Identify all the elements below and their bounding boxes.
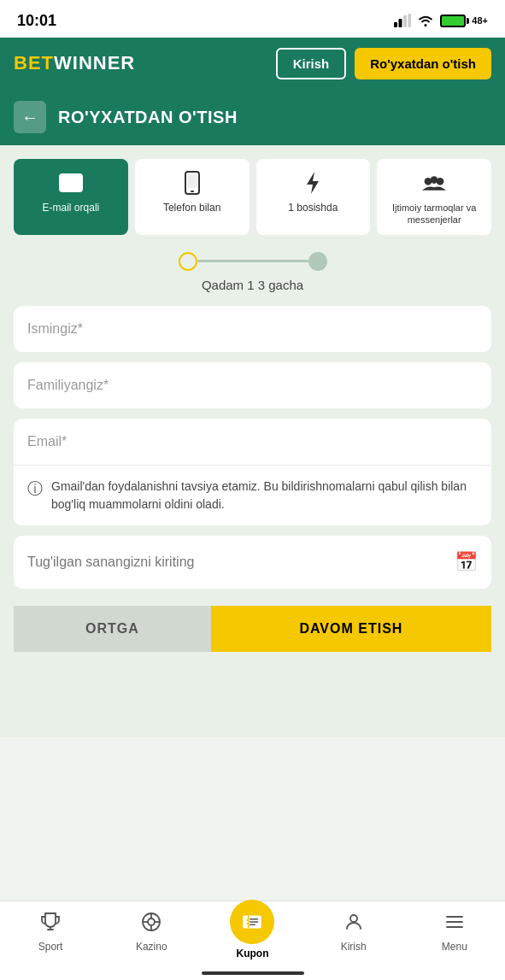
method-tabs: E-mail orqali Telefon bilan 1 bosishda bbox=[14, 159, 491, 235]
tab-phone-label: Telefon bilan bbox=[163, 202, 220, 215]
ticket-icon bbox=[241, 911, 263, 933]
tab-social-label: Ijtimoiy tarmoqlar va messenjerlar bbox=[380, 202, 488, 226]
lastname-group bbox=[14, 362, 491, 408]
bolt-icon bbox=[301, 171, 325, 195]
main-content: E-mail orqali Telefon bilan 1 bosishda bbox=[0, 145, 505, 737]
kupon-button-circle bbox=[230, 900, 274, 944]
home-indicator bbox=[202, 971, 304, 975]
nav-kupon-label: Kupon bbox=[236, 948, 268, 959]
phone-icon bbox=[180, 171, 204, 195]
nav-menu-label: Menu bbox=[442, 941, 467, 953]
status-time: 10:01 bbox=[17, 12, 56, 30]
svg-rect-7 bbox=[187, 174, 197, 188]
casino-icon bbox=[141, 912, 161, 937]
trophy-icon bbox=[40, 912, 61, 937]
step-dot-2 bbox=[308, 252, 327, 271]
bottom-nav: Sport Kazino Kupon bbox=[0, 901, 505, 980]
info-icon: ⓘ bbox=[27, 478, 43, 499]
top-nav: BETWINNER Kirish Ro'yxatdan o'tish bbox=[0, 38, 505, 89]
calendar-icon: 📅 bbox=[455, 551, 478, 573]
back-button[interactable]: ← bbox=[14, 101, 46, 133]
bottom-buttons: ORTGA DAVOM ETISH bbox=[14, 606, 491, 652]
register-button[interactable]: Ro'yxatdan o'tish bbox=[355, 48, 491, 79]
signal-icon bbox=[394, 14, 411, 27]
nav-buttons: Kirish Ro'yxatdan o'tish bbox=[276, 48, 491, 79]
step-dots bbox=[179, 252, 327, 271]
brand-bet: BET bbox=[14, 52, 54, 73]
svg-point-19 bbox=[350, 915, 357, 922]
status-bar: 10:01 48+ bbox=[0, 0, 505, 38]
svg-rect-0 bbox=[394, 22, 397, 27]
tab-email-label: E-mail orqali bbox=[43, 202, 100, 215]
dob-group: 📅 bbox=[14, 536, 491, 589]
svg-rect-3 bbox=[408, 14, 412, 27]
login-button[interactable]: Kirish bbox=[276, 48, 347, 79]
email-icon bbox=[59, 171, 83, 195]
back-arrow-icon: ← bbox=[21, 108, 38, 127]
nav-kazino[interactable]: Kazino bbox=[117, 908, 185, 963]
tab-social[interactable]: Ijtimoiy tarmoqlar va messenjerlar bbox=[377, 159, 491, 235]
social-icon bbox=[422, 171, 446, 195]
nav-sport[interactable]: Sport bbox=[16, 908, 85, 963]
nav-menu[interactable]: Menu bbox=[420, 908, 489, 963]
svg-point-13 bbox=[148, 918, 155, 925]
lastname-input[interactable] bbox=[14, 362, 491, 408]
nav-kirish[interactable]: Kirish bbox=[320, 908, 388, 963]
email-input-wrap bbox=[14, 419, 491, 466]
battery-icon: 48+ bbox=[440, 15, 488, 27]
step-line bbox=[197, 260, 308, 262]
email-info: ⓘ Gmail'dan foydalanishni tavsiya etamiz… bbox=[14, 466, 491, 525]
brand-winner: WINNER bbox=[54, 52, 135, 73]
nav-kirish-label: Kirish bbox=[341, 941, 367, 953]
step-dot-1 bbox=[179, 252, 197, 271]
step-indicator: Qadam 1 3 gacha bbox=[14, 252, 491, 292]
continue-button[interactable]: DAVOM ETISH bbox=[211, 606, 491, 652]
hamburger-icon bbox=[444, 912, 465, 937]
svg-marker-8 bbox=[307, 172, 319, 194]
step-label: Qadam 1 3 gacha bbox=[202, 278, 303, 292]
status-icons: 48+ bbox=[394, 14, 488, 27]
tab-oneclick[interactable]: 1 bosishda bbox=[256, 159, 371, 235]
nav-sport-label: Sport bbox=[38, 941, 63, 953]
email-info-text: Gmail'dan foydalanishni tavsiya etamiz. … bbox=[51, 478, 478, 513]
email-input[interactable] bbox=[27, 434, 478, 449]
firstname-input[interactable] bbox=[14, 306, 491, 352]
svg-rect-2 bbox=[403, 15, 407, 27]
page-header: ← RO'YXATDAN O'TISH bbox=[0, 89, 505, 145]
tab-oneclick-label: 1 bosishda bbox=[288, 202, 338, 215]
dob-input[interactable] bbox=[27, 555, 455, 570]
svg-rect-6 bbox=[191, 191, 194, 192]
svg-rect-1 bbox=[399, 19, 402, 27]
user-icon bbox=[344, 912, 364, 937]
nav-kazino-label: Kazino bbox=[136, 941, 167, 953]
nav-kupon[interactable]: Kupon bbox=[218, 908, 286, 963]
tab-phone[interactable]: Telefon bilan bbox=[135, 159, 250, 235]
back-form-button[interactable]: ORTGA bbox=[14, 606, 211, 652]
firstname-group bbox=[14, 306, 491, 352]
page-title: RO'YXATDAN O'TISH bbox=[58, 108, 238, 127]
brand-logo: BETWINNER bbox=[14, 52, 135, 74]
svg-point-11 bbox=[431, 176, 438, 184]
tab-email[interactable]: E-mail orqali bbox=[14, 159, 128, 235]
email-group: ⓘ Gmail'dan foydalanishni tavsiya etamiz… bbox=[14, 419, 491, 525]
wifi-icon bbox=[416, 14, 435, 27]
